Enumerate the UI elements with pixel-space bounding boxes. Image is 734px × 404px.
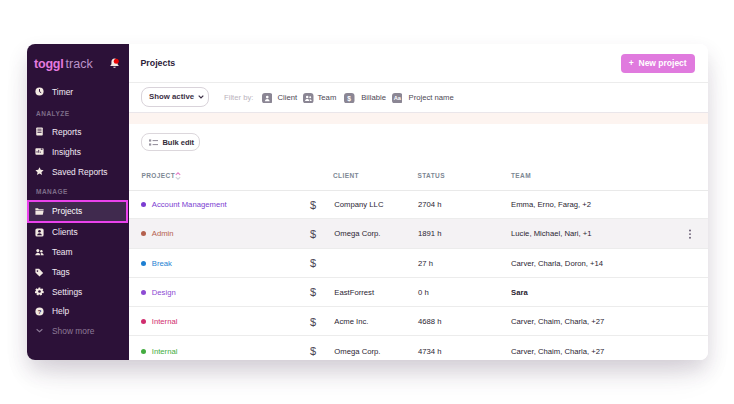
svg-text:$: $	[348, 94, 352, 102]
svg-text:Aa: Aa	[393, 95, 401, 101]
svg-text:?: ?	[38, 308, 42, 314]
